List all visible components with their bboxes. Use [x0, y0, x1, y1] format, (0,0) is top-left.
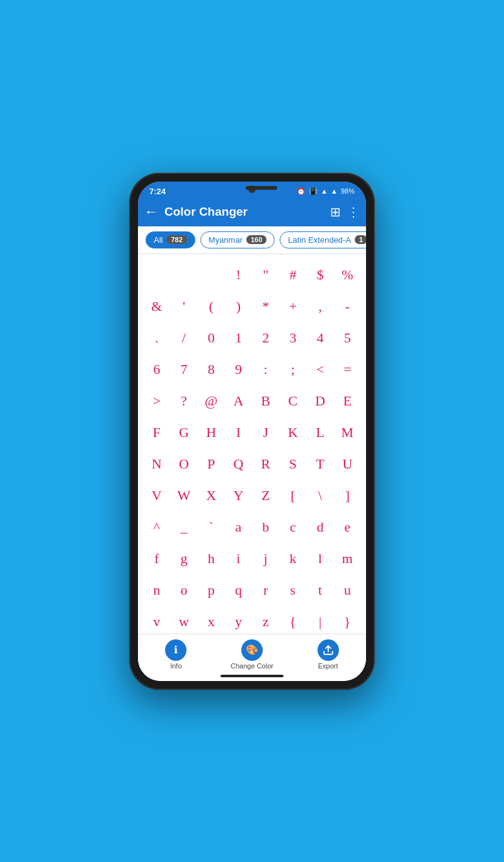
char-cell[interactable]: `	[198, 511, 225, 543]
nav-info[interactable]: ℹ Info	[138, 639, 214, 670]
char-cell[interactable]: )	[225, 291, 252, 322]
char-cell[interactable]: Q	[225, 448, 252, 480]
char-cell[interactable]: E	[334, 385, 361, 417]
char-cell[interactable]: +	[279, 291, 306, 322]
char-cell[interactable]: 5	[334, 322, 361, 354]
char-cell[interactable]: z	[252, 606, 279, 634]
grid-icon[interactable]: ⊞	[330, 204, 341, 219]
char-cell[interactable]: e	[334, 511, 361, 543]
char-cell[interactable]: '	[170, 291, 197, 322]
char-cell[interactable]: <	[307, 354, 334, 385]
char-cell[interactable]: L	[307, 417, 334, 448]
char-cell[interactable]: v	[143, 606, 170, 634]
char-cell[interactable]: m	[334, 543, 361, 574]
char-cell[interactable]: 7	[170, 354, 197, 385]
char-cell[interactable]: c	[279, 511, 306, 543]
char-cell[interactable]: 0	[198, 322, 225, 354]
char-cell[interactable]: !	[225, 259, 252, 291]
char-cell[interactable]: Z	[252, 480, 279, 511]
nav-export[interactable]: Export	[290, 639, 366, 670]
char-cell[interactable]: _	[170, 511, 197, 543]
char-cell[interactable]: O	[170, 448, 197, 480]
char-cell[interactable]: l	[307, 543, 334, 574]
char-cell[interactable]: A	[225, 385, 252, 417]
char-cell[interactable]: u	[334, 574, 361, 606]
char-cell[interactable]: k	[279, 543, 306, 574]
char-cell[interactable]: |	[307, 606, 334, 634]
char-cell[interactable]: p	[198, 574, 225, 606]
tab-all[interactable]: All 782	[146, 231, 195, 248]
char-cell[interactable]: g	[170, 543, 197, 574]
char-cell[interactable]: ]	[334, 480, 361, 511]
char-cell[interactable]: b	[252, 511, 279, 543]
char-cell[interactable]: ;	[279, 354, 306, 385]
char-cell[interactable]: >	[143, 385, 170, 417]
char-cell[interactable]: -	[334, 291, 361, 322]
char-cell[interactable]: W	[170, 480, 197, 511]
char-cell[interactable]: (	[198, 291, 225, 322]
char-cell[interactable]: d	[307, 511, 334, 543]
nav-change-color[interactable]: 🎨 Change Color	[214, 639, 290, 670]
char-cell[interactable]: B	[252, 385, 279, 417]
char-cell[interactable]: R	[252, 448, 279, 480]
char-cell[interactable]: w	[170, 606, 197, 634]
char-cell[interactable]: %	[334, 259, 361, 291]
char-cell[interactable]: T	[307, 448, 334, 480]
char-cell[interactable]: f	[143, 543, 170, 574]
char-cell[interactable]: o	[170, 574, 197, 606]
char-cell[interactable]: ?	[170, 385, 197, 417]
char-cell[interactable]: ,	[307, 291, 334, 322]
char-cell[interactable]: 6	[143, 354, 170, 385]
char-cell[interactable]: y	[225, 606, 252, 634]
char-cell[interactable]: s	[279, 574, 306, 606]
char-cell[interactable]: I	[225, 417, 252, 448]
char-cell[interactable]: /	[170, 322, 197, 354]
char-cell[interactable]: $	[307, 259, 334, 291]
char-cell[interactable]: }	[334, 606, 361, 634]
char-cell[interactable]: =	[334, 354, 361, 385]
tab-latin[interactable]: Latin Extended-A 1	[280, 231, 366, 248]
more-menu-icon[interactable]: ⋮	[347, 204, 360, 219]
char-cell[interactable]: \	[307, 480, 334, 511]
char-cell[interactable]: x	[198, 606, 225, 634]
char-cell[interactable]: G	[170, 417, 197, 448]
char-cell[interactable]: J	[252, 417, 279, 448]
char-cell[interactable]: C	[279, 385, 306, 417]
char-cell[interactable]: @	[198, 385, 225, 417]
char-cell[interactable]: q	[225, 574, 252, 606]
char-cell[interactable]: {	[279, 606, 306, 634]
char-cell-empty[interactable]	[198, 259, 225, 291]
char-cell[interactable]: ^	[143, 511, 170, 543]
char-cell[interactable]: "	[252, 259, 279, 291]
char-cell[interactable]: a	[225, 511, 252, 543]
char-cell[interactable]: n	[143, 574, 170, 606]
char-cell[interactable]: 8	[198, 354, 225, 385]
char-cell-empty[interactable]	[170, 259, 197, 291]
char-cell[interactable]: 2	[252, 322, 279, 354]
char-cell[interactable]: j	[252, 543, 279, 574]
char-cell[interactable]: h	[198, 543, 225, 574]
char-cell[interactable]: S	[279, 448, 306, 480]
char-cell[interactable]: D	[307, 385, 334, 417]
char-cell[interactable]: V	[143, 480, 170, 511]
char-cell[interactable]: P	[198, 448, 225, 480]
tab-myanmar[interactable]: Myanmar 160	[200, 231, 275, 248]
char-cell[interactable]: H	[198, 417, 225, 448]
char-cell[interactable]: X	[198, 480, 225, 511]
back-button[interactable]: ←	[144, 204, 158, 220]
char-cell[interactable]: [	[279, 480, 306, 511]
char-cell[interactable]: i	[225, 543, 252, 574]
char-cell[interactable]: 4	[307, 322, 334, 354]
char-cell[interactable]: F	[143, 417, 170, 448]
char-cell[interactable]: U	[334, 448, 361, 480]
char-cell-empty[interactable]	[143, 259, 170, 291]
char-cell[interactable]: &	[143, 291, 170, 322]
char-cell[interactable]: M	[334, 417, 361, 448]
char-cell[interactable]: r	[252, 574, 279, 606]
char-cell[interactable]: *	[252, 291, 279, 322]
char-cell[interactable]: 1	[225, 322, 252, 354]
char-cell[interactable]: Y	[225, 480, 252, 511]
char-cell[interactable]: t	[307, 574, 334, 606]
char-cell[interactable]: .	[143, 322, 170, 354]
char-cell[interactable]: N	[143, 448, 170, 480]
